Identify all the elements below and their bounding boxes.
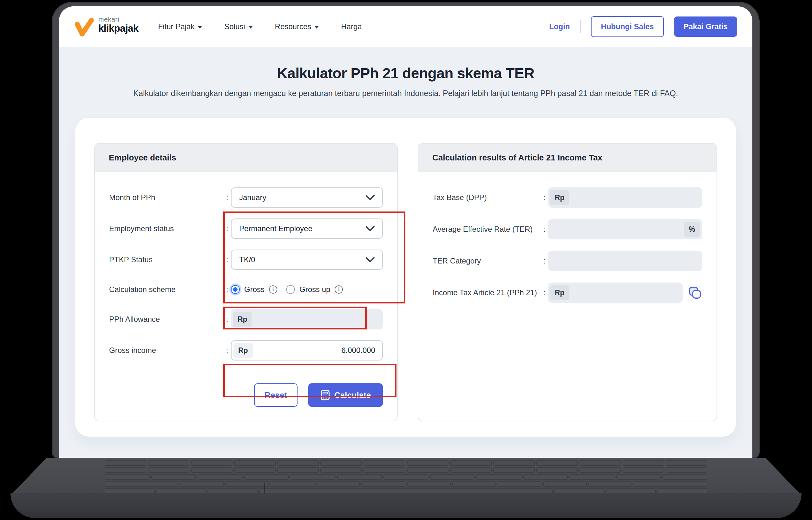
pph-allowance-row: PPh Allowance : Rp [109,309,383,330]
employee-details-card: Employee details Month of PPh : January [94,143,398,421]
chevron-down-icon [366,226,375,231]
trackpad-divider-left [264,483,265,494]
ter-category-output [548,251,702,271]
gross-radio[interactable] [231,285,240,294]
chevron-down-icon [366,257,375,263]
site-header: mekari klikpajak Fitur Pajak Solusi Reso… [59,6,752,47]
ptkp-status-select[interactable]: TK/0 [231,250,383,270]
laptop-base [10,493,802,518]
results-card-title: Calculation results of Article 21 Income… [418,144,716,172]
employment-status-row: Employment status : Permanent Employee [109,218,383,239]
chevron-down-icon [248,26,253,29]
field-label: PPh Allowance [109,314,223,324]
field-label: Gross income [109,345,223,355]
ter-category-row: TER Category : [433,251,702,271]
chevron-down-icon [198,26,202,29]
month-select[interactable]: January [231,187,383,208]
copy-result-button[interactable] [688,285,702,300]
pph21-row: Income Tax Article 21 (PPh 21) : Rp [433,283,702,303]
page-body: Kalkulator PPh 21 dengan skema TER Kalku… [59,47,752,459]
field-label: Tax Base (DPP) [433,192,540,202]
results-card: Calculation results of Article 21 Income… [418,143,717,421]
nav-item-fitur-pajak[interactable]: Fitur Pajak [158,22,202,31]
gross-up-radio[interactable] [286,285,295,294]
field-label: PTKP Status [109,255,223,264]
laptop-screen: mekari klikpajak Fitur Pajak Solusi Reso… [59,6,752,459]
mekari-check-icon [74,18,94,37]
field-label: Month of PPh [109,192,223,202]
nav-item-resources[interactable]: Resources [275,22,319,31]
main-nav: Fitur Pajak Solusi Resources Harga [158,22,362,31]
gross-info-icon[interactable]: i [269,285,277,294]
calculation-scheme-row: Calculation scheme : Gross i Gross up i [109,279,383,300]
nav-item-solusi[interactable]: Solusi [224,22,252,31]
hubungi-sales-button[interactable]: Hubungi Sales [591,16,664,37]
tax-base-row: Tax Base (DPP) : Rp [433,187,702,208]
ptkp-status-row: PTKP Status : TK/0 [109,250,383,270]
trackpad-divider-right [548,483,549,494]
field-label: Calculation scheme [109,284,223,294]
header-divider [580,20,581,33]
currency-prefix: Rp [233,312,252,327]
klikpajak-logo[interactable]: mekari klikpajak [74,16,138,37]
reset-button[interactable]: Reset [254,383,298,407]
gross-income-value: 6.000.000 [253,346,380,355]
gross-income-row: Gross income : Rp 6.000.000 [109,340,383,361]
ter-rate-output: % [548,219,702,239]
pph-allowance-input: Rp [231,309,383,330]
field-label: Income Tax Article 21 (PPh 21) [433,288,540,297]
field-label: Average Effective Rate (TER) [433,224,540,234]
field-label: Employment status [109,224,223,233]
currency-prefix: Rp [233,343,253,358]
employment-status-select[interactable]: Permanent Employee [231,218,383,239]
month-of-pph-row: Month of PPh : January [109,187,383,208]
gross-up-info-icon[interactable]: i [335,285,343,294]
laptop-keyboard [105,460,707,494]
laptop-mockup: mekari klikpajak Fitur Pajak Solusi Reso… [0,0,812,520]
calculator-container: Employee details Month of PPh : January [75,118,736,437]
field-label: TER Category [433,256,540,266]
copy-icon [688,285,702,300]
logo-brand-top: mekari [98,16,138,23]
percent-suffix: % [684,222,700,237]
chevron-down-icon [314,26,319,29]
currency-prefix: Rp [550,285,569,300]
page-title: Kalkulator PPh 21 dengan skema TER [59,47,752,82]
calculate-button[interactable]: Calculate [308,383,383,407]
ter-rate-row: Average Effective Rate (TER) : % [433,219,702,239]
chevron-down-icon [366,195,375,200]
nav-item-harga[interactable]: Harga [341,22,362,31]
login-link[interactable]: Login [549,22,570,31]
tax-base-output: Rp [548,187,702,208]
page-subtitle: Kalkulator dikembangkan dengan mengacu k… [59,89,752,98]
calculator-icon [320,390,330,400]
calculation-scheme-radiogroup: Gross i Gross up i [231,285,347,294]
pakai-gratis-button[interactable]: Pakai Gratis [674,17,737,37]
logo-brand-bottom: klikpajak [98,23,138,33]
gross-income-input[interactable]: Rp 6.000.000 [231,340,383,361]
employee-card-title: Employee details [95,144,397,172]
pph21-output: Rp [548,283,683,303]
currency-prefix: Rp [550,190,569,205]
